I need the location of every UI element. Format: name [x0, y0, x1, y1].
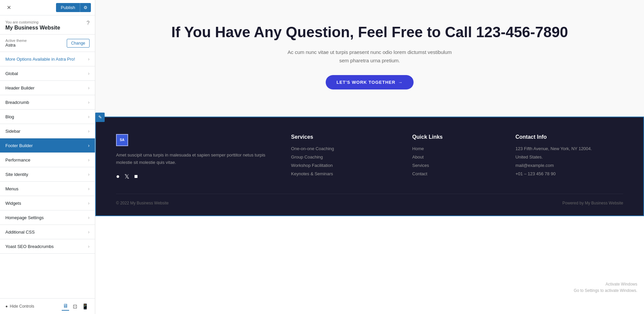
contact-address: 123 Fifth Avenue, New York, NY 12004.	[516, 146, 623, 151]
quick-link[interactable]: Home	[412, 146, 502, 151]
contact-title: Contact Info	[516, 134, 623, 140]
nav-item-more-options[interactable]: More Options Available in Astra Pro!›	[0, 52, 95, 66]
nav-item-global[interactable]: Global›	[0, 66, 95, 81]
publish-button[interactable]: Publish ⚙	[56, 3, 91, 12]
nav-label: Homepage Settings	[5, 215, 44, 220]
nav-item-footer-builder[interactable]: Footer Builder›	[0, 138, 95, 153]
chevron-icon: ›	[88, 56, 90, 62]
footer-contact-column: Contact Info 123 Fifth Avenue, New York,…	[516, 134, 623, 180]
chevron-icon: ›	[88, 85, 90, 90]
nav-label: Yoast SEO Breadcrumbs	[5, 244, 54, 249]
footer-edit-button[interactable]: ✎	[95, 113, 105, 122]
powered-by: Powered by My Business Website	[562, 201, 623, 205]
chevron-icon: ›	[88, 128, 90, 134]
footer-section: ✎ SA Amet suscipit urna turpis in malesu…	[95, 117, 644, 216]
footer-bottom: © 2022 My Business Website Powered by My…	[116, 194, 623, 205]
cta-label: LET'S WORK TOGETHER	[336, 80, 395, 85]
nav-list: More Options Available in Astra Pro!›Glo…	[0, 52, 95, 254]
chevron-icon: ›	[88, 143, 90, 148]
publish-label: Publish	[56, 3, 80, 12]
tablet-button[interactable]: ⊡	[72, 302, 78, 311]
nav-item-header-builder[interactable]: Header Builder›	[0, 81, 95, 95]
hero-section: If You Have Any Question, Feel Free to C…	[95, 0, 644, 117]
change-theme-button[interactable]: Change	[67, 39, 90, 48]
services-title: Services	[291, 134, 399, 140]
hero-subtitle: Ac cum nunc vitae ut turpis praesent nun…	[282, 48, 457, 65]
eye-icon: ●	[5, 304, 8, 309]
chevron-icon: ›	[88, 114, 90, 119]
copyright: © 2022 My Business Website	[116, 201, 169, 205]
cta-button[interactable]: LET'S WORK TOGETHER →	[326, 75, 414, 89]
nav-item-site-identity[interactable]: Site Identity›	[0, 167, 95, 182]
nav-label: More Options Available in Astra Pro!	[5, 57, 75, 62]
footer-quick-links-column: Quick Links HomeAboutServicesContact	[412, 134, 502, 180]
activate-line2: Go to Settings to activate Windows.	[574, 288, 637, 294]
active-theme-section: Active theme Astra Change	[0, 35, 95, 52]
customizing-label: You are customizing	[5, 20, 60, 24]
chevron-icon: ›	[88, 186, 90, 191]
nav-label: Widgets	[5, 201, 21, 206]
footer-grid: SA Amet suscipit urna turpis in malesuad…	[116, 134, 623, 180]
site-name: My Business Website	[5, 25, 60, 31]
footer-logo-column: SA Amet suscipit urna turpis in malesuad…	[116, 134, 278, 180]
quick-links: HomeAboutServicesContact	[412, 146, 502, 176]
nav-label: Additional CSS	[5, 230, 35, 235]
top-bar: ✕ Publish ⚙	[0, 0, 95, 15]
preview-area: If You Have Any Question, Feel Free to C…	[95, 0, 644, 314]
contact-email: mail@example.com	[516, 163, 623, 168]
windows-activation-watermark: Activate Windows Go to Settings to activ…	[574, 281, 637, 294]
nav-label: Global	[5, 71, 18, 76]
help-icon[interactable]: ?	[87, 20, 90, 26]
nav-label: Breadcrumb	[5, 100, 29, 105]
logo-box: SA	[116, 134, 128, 146]
nav-label: Sidebar	[5, 129, 20, 134]
chevron-icon: ›	[88, 157, 90, 163]
nav-item-performance[interactable]: Performance›	[0, 153, 95, 167]
mobile-button[interactable]: 📱	[81, 302, 90, 311]
activate-line1: Activate Windows	[574, 281, 637, 288]
quick-link[interactable]: About	[412, 154, 502, 160]
chevron-icon: ›	[88, 200, 90, 206]
chevron-icon: ›	[88, 229, 90, 235]
customizer-panel: ✕ Publish ⚙ You are customizing My Busin…	[0, 0, 95, 314]
hero-title: If You Have Any Question, Feel Free to C…	[109, 23, 631, 41]
service-link[interactable]: Workshop Facilitation	[291, 163, 399, 168]
footer-services-column: Services One-on-one CoachingGroup Coachi…	[291, 134, 399, 180]
chevron-icon: ›	[88, 244, 90, 249]
chevron-icon: ›	[88, 71, 90, 76]
footer-description: Amet suscipit urna turpis in malesuada e…	[116, 151, 278, 166]
nav-label: Footer Builder	[5, 143, 33, 148]
instagram-icon[interactable]: ■	[134, 173, 138, 180]
nav-item-homepage-settings[interactable]: Homepage Settings›	[0, 210, 95, 225]
nav-label: Blog	[5, 114, 14, 119]
nav-item-blog[interactable]: Blog›	[0, 110, 95, 124]
contact-country: United States.	[516, 154, 623, 160]
chevron-icon: ›	[88, 100, 90, 105]
twitter-icon[interactable]: 𝕏	[124, 173, 129, 180]
bottom-bar: ● Hide Controls 🖥 ⊡ 📱	[0, 298, 95, 314]
quick-link[interactable]: Contact	[412, 171, 502, 176]
theme-name: Astra	[5, 43, 27, 48]
desktop-button[interactable]: 🖥	[62, 302, 69, 311]
nav-item-widgets[interactable]: Widgets›	[0, 196, 95, 210]
nav-item-sidebar[interactable]: Sidebar›	[0, 124, 95, 138]
customizing-info: You are customizing My Business Website …	[0, 15, 95, 35]
facebook-icon[interactable]: ●	[116, 173, 120, 180]
publish-settings-icon[interactable]: ⚙	[80, 3, 91, 12]
service-link[interactable]: Group Coaching	[291, 154, 399, 160]
nav-item-menus[interactable]: Menus›	[0, 182, 95, 196]
hide-controls-button[interactable]: ● Hide Controls	[5, 304, 34, 309]
service-link[interactable]: Keynotes & Seminars	[291, 171, 399, 176]
nav-label: Header Builder	[5, 85, 35, 90]
quick-link[interactable]: Services	[412, 163, 502, 168]
nav-label: Performance	[5, 158, 30, 163]
chevron-icon: ›	[88, 215, 90, 220]
nav-item-yoast-seo[interactable]: Yoast SEO Breadcrumbs›	[0, 239, 95, 254]
close-button[interactable]: ✕	[4, 3, 13, 12]
footer-socials: ● 𝕏 ■	[116, 173, 278, 180]
chevron-icon: ›	[88, 172, 90, 177]
service-link[interactable]: One-on-one Coaching	[291, 146, 399, 151]
nav-item-breadcrumb[interactable]: Breadcrumb›	[0, 95, 95, 110]
nav-item-additional-css[interactable]: Additional CSS›	[0, 225, 95, 239]
device-switcher: 🖥 ⊡ 📱	[62, 302, 90, 311]
